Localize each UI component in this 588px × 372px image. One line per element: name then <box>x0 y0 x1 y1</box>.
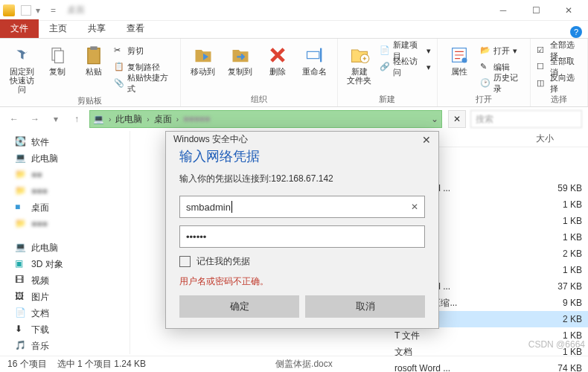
watermark: CSDN @6664 <box>528 339 585 350</box>
up-button[interactable]: ↑ <box>68 111 85 127</box>
documents-icon: 📄 <box>15 307 27 319</box>
history-button[interactable]: 🕑历史记录 <box>480 76 525 91</box>
dialog-heading: 输入网络凭据 <box>179 147 425 165</box>
address-bar[interactable]: 💻 › 此电脑 › 桌面 › ■■■■■ ⌄ <box>89 110 442 128</box>
properties-button[interactable]: 属性 <box>444 42 475 76</box>
status-count: 16 个项目 <box>7 358 47 371</box>
properties-icon <box>449 45 470 65</box>
status-filename: 侧盖体据.docx <box>275 358 333 371</box>
recent-dropdown[interactable]: ▾ <box>48 111 64 127</box>
path-icon: 📋 <box>114 62 124 72</box>
copy-icon <box>47 45 68 65</box>
new-folder-button[interactable]: ✦新建 文件夹 <box>344 42 375 85</box>
new-folder-icon: ✦ <box>349 45 370 65</box>
svg-rect-2 <box>88 48 100 64</box>
pc-icon: 💻 <box>93 114 104 124</box>
dialog-close-button[interactable]: ✕ <box>422 134 431 146</box>
copyto-icon <box>230 45 251 65</box>
disk-icon: 💽 <box>15 136 27 148</box>
cancel-button[interactable]: 取消 <box>305 295 425 318</box>
shortcut-icon: 📎 <box>114 78 124 89</box>
address-dropdown[interactable]: ⌄ <box>431 114 438 124</box>
crumb-desktop[interactable]: 桌面 <box>154 113 172 126</box>
username-input[interactable]: smbadmin ✕ <box>179 196 425 218</box>
folder-icon: 📁 <box>15 218 27 230</box>
tree-downloads[interactable]: ⬇下载 <box>0 321 130 338</box>
tab-file[interactable]: 文件 <box>0 19 39 38</box>
tree-desktop[interactable]: ■桌面 <box>0 199 130 216</box>
svg-text:✦: ✦ <box>362 55 368 62</box>
tab-share[interactable]: 共享 <box>77 19 116 38</box>
tree-videos[interactable]: 🎞视频 <box>0 272 130 289</box>
tree-documents[interactable]: 📄文档 <box>0 305 130 321</box>
back-button[interactable]: ← <box>6 111 22 127</box>
folder-icon: 📁 <box>15 169 27 181</box>
tree-thispc[interactable]: 💻此电脑 <box>0 150 130 167</box>
music-icon: 🎵 <box>15 340 27 352</box>
maximize-button[interactable]: ☐ <box>520 0 552 21</box>
group-label-clipboard: 剪贴板 <box>6 94 174 106</box>
invert-selection-button[interactable]: ◫反向选择 <box>537 76 581 91</box>
qat-dropdown-icon[interactable]: ▾ <box>36 5 46 16</box>
forward-button[interactable]: → <box>27 111 43 127</box>
pictures-icon: 🖼 <box>15 291 27 303</box>
ok-button[interactable]: 确定 <box>179 295 299 318</box>
pc-icon: 💻 <box>15 153 27 164</box>
crumb-sub[interactable]: ■■■■■ <box>183 114 210 124</box>
tree-music[interactable]: 🎵音乐 <box>0 338 130 354</box>
easy-access-button[interactable]: 🔗轻松访问 ▾ <box>380 60 431 74</box>
desktop-icon: ■ <box>15 202 27 214</box>
minimize-button[interactable]: ─ <box>487 0 520 21</box>
help-icon[interactable]: ? <box>570 26 582 38</box>
navigation-pane: 💽软件 💻此电脑 📁■■ 📁■■■ ■桌面 📁■■■ 💻此电脑 ▣3D 对象 🎞… <box>0 131 130 354</box>
clear-icon[interactable]: ✕ <box>411 202 418 212</box>
remember-checkbox[interactable]: 记住我的凭据 <box>179 255 425 268</box>
svg-rect-1 <box>55 51 64 62</box>
paste-icon <box>83 45 104 65</box>
group-label-new: 新建 <box>344 92 432 105</box>
open-button[interactable]: 📂打开 ▾ <box>480 43 525 58</box>
col-size[interactable]: 大小 <box>536 132 588 145</box>
paste-shortcut-button[interactable]: 📎粘贴快捷方式 <box>114 76 174 91</box>
video-icon: 🎞 <box>15 275 27 286</box>
delete-icon <box>267 45 288 65</box>
pin-button[interactable]: 固定到 快速访问 <box>6 42 37 94</box>
refresh-button[interactable]: ✕ <box>448 110 466 128</box>
tree-thispc2[interactable]: 💻此电脑 <box>0 240 130 256</box>
tree-item[interactable]: 📁■■■ <box>0 216 130 232</box>
close-button[interactable]: ✕ <box>552 0 585 21</box>
easy-access-icon: 🔗 <box>380 62 390 72</box>
history-icon: 🕑 <box>480 78 490 89</box>
search-input[interactable]: 搜索 <box>470 110 582 128</box>
copyto-button[interactable]: 复制到 <box>224 42 257 76</box>
crumb-pc[interactable]: 此电脑 <box>115 113 142 126</box>
quick-access-toolbar: ▾ = <box>21 5 61 16</box>
svg-point-9 <box>462 58 467 63</box>
ribbon: 固定到 快速访问 复制 粘贴 ✂剪切 📋复制路径 📎粘贴快捷方式 剪贴板 移动到… <box>0 39 588 107</box>
tab-view[interactable]: 查看 <box>116 19 155 38</box>
tree-item[interactable]: 📁■■ <box>0 167 130 183</box>
svg-rect-4 <box>307 51 319 58</box>
tree-pictures[interactable]: 🖼图片 <box>0 289 130 305</box>
select-all-icon: ☑ <box>537 45 546 56</box>
moveto-button[interactable]: 移动到 <box>187 42 220 76</box>
password-input[interactable]: •••••• <box>179 225 425 248</box>
rename-button[interactable]: 重命名 <box>298 42 331 76</box>
navigation-row: ← → ▾ ↑ 💻 › 此电脑 › 桌面 › ■■■■■ ⌄ ✕ 搜索 <box>0 107 588 131</box>
open-icon: 📂 <box>480 45 490 56</box>
dialog-error: 用户名或密码不正确。 <box>179 275 425 288</box>
folder-icon: 📁 <box>15 185 27 197</box>
tree-item[interactable]: 📁■■■ <box>0 183 130 199</box>
tab-home[interactable]: 主页 <box>39 19 77 38</box>
rename-icon <box>304 45 325 65</box>
checkbox-icon <box>179 256 191 267</box>
tree-software[interactable]: 💽软件 <box>0 134 130 150</box>
cut-button[interactable]: ✂剪切 <box>114 43 174 58</box>
invert-icon: ◫ <box>537 78 546 89</box>
delete-button[interactable]: 删除 <box>261 42 294 76</box>
qat-icon[interactable] <box>21 5 31 16</box>
copy-button[interactable]: 复制 <box>42 42 73 76</box>
paste-button[interactable]: 粘贴 <box>78 42 109 76</box>
scissors-icon: ✂ <box>114 45 124 56</box>
tree-3d[interactable]: ▣3D 对象 <box>0 256 130 272</box>
